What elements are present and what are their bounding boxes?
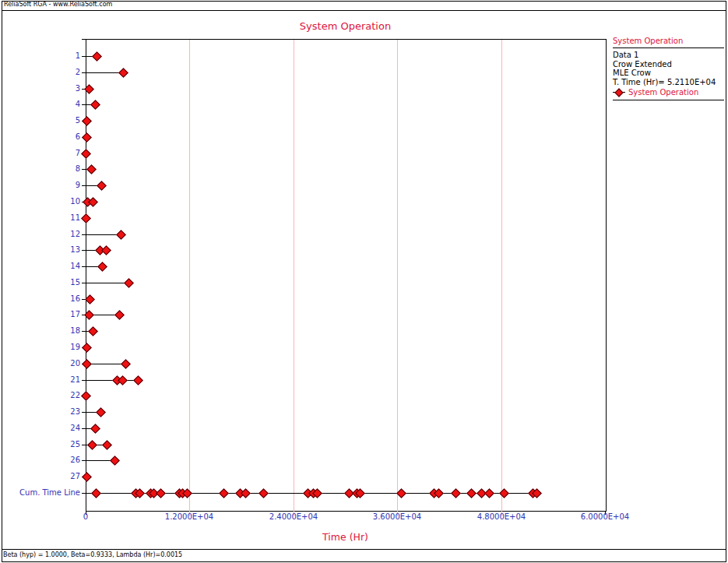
legend-series-entry: System Operation [613,86,724,100]
x-axis-title: Time (Hr) [86,531,605,543]
legend-title: System Operation [613,37,724,48]
header-title: ReliaSoft RGA - www.ReliaSoft.com [4,1,112,8]
legend-info-line: Crow Extended [613,60,724,69]
footer-params: Beta (hyp) = 1.0000, Beta=0.9333, Lambda… [3,551,182,558]
legend-panel: System Operation Data 1Crow ExtendedMLE … [613,37,724,100]
plot-area [86,39,607,512]
legend-info-line: T. Time (Hr)= 5.2110E+04 [613,78,724,87]
legend-series-label: System Operation [628,88,698,97]
footer-separator [2,549,726,550]
legend-info-line: Data 1 [613,51,724,60]
chart-title: System Operation [86,20,605,32]
header-separator [2,10,726,11]
legend-info-lines: Data 1Crow ExtendedMLE CrowT. Time (Hr)=… [613,51,724,86]
rga-plot-sheet: ReliaSoft RGA - www.ReliaSoft.com System… [0,0,728,563]
diamond-marker-icon [613,89,625,96]
legend-info-line: MLE Crow [613,69,724,78]
